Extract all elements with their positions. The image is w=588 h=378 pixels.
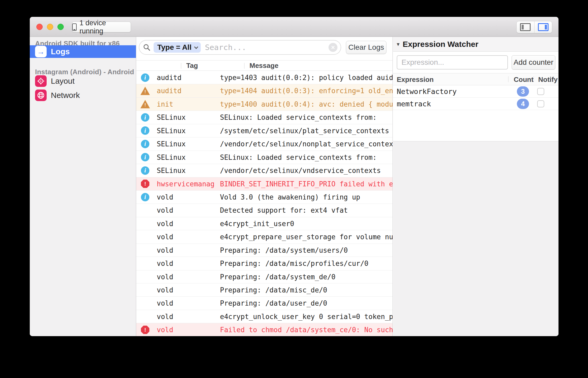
log-row[interactable]: ! hwservicemanag BINDER_SET_INHERIT_FIFO… bbox=[136, 177, 393, 191]
log-row[interactable]: i auditd type=1403 audit(0.0:2): policy … bbox=[136, 71, 393, 84]
sidebar-item-network[interactable]: Network bbox=[30, 89, 136, 102]
log-level-icon bbox=[139, 204, 151, 217]
info-icon: i bbox=[141, 73, 149, 82]
sidebar-item-label: Layout bbox=[51, 77, 75, 86]
log-row[interactable]: vold e4crypt_init_user0 bbox=[136, 217, 393, 230]
log-tag: vold bbox=[157, 257, 219, 270]
log-message: Detected support for: ext4 vfat bbox=[220, 204, 393, 217]
log-message: SELinux: Loaded service_contexts from: bbox=[220, 111, 393, 124]
log-row[interactable]: vold Detected support for: ext4 vfat bbox=[136, 204, 393, 217]
log-tag: vold bbox=[157, 323, 219, 336]
sidebar-item-layout[interactable]: Layout bbox=[30, 75, 136, 87]
log-tag: SELinux bbox=[157, 137, 219, 151]
log-row[interactable]: i vold Vold 3.0 (the awakening) firing u… bbox=[136, 191, 393, 204]
device-selector-button[interactable]: 1 device running bbox=[72, 22, 131, 32]
log-row[interactable]: i SELinux SELinux: Loaded service_contex… bbox=[136, 111, 393, 124]
log-message: e4crypt_unlock_user_key 0 serial=0 token… bbox=[220, 310, 393, 323]
log-row[interactable]: i SELinux SELinux: Loaded service_contex… bbox=[136, 151, 393, 164]
count-badge: 3 bbox=[517, 86, 529, 97]
log-level-icon: i bbox=[139, 137, 151, 150]
log-table-body: i auditd type=1403 audit(0.0:2): policy … bbox=[136, 71, 393, 336]
sidebar-item-logs[interactable]: → Logs bbox=[30, 45, 136, 58]
notify-checkbox[interactable] bbox=[537, 100, 544, 107]
column-header-count[interactable]: Count bbox=[514, 75, 533, 84]
watcher-row[interactable]: memtrack 4 bbox=[393, 98, 558, 110]
error-icon: ! bbox=[141, 326, 149, 334]
log-level-icon bbox=[139, 297, 151, 310]
log-row[interactable]: vold e4crypt_unlock_user_key 0 serial=0 … bbox=[136, 310, 393, 323]
log-level-icon: i bbox=[139, 124, 151, 137]
log-tag: vold bbox=[157, 284, 219, 297]
log-message: Vold 3.0 (the awakening) firing up bbox=[220, 191, 393, 204]
log-row[interactable]: i SELinux /vendor/etc/selinux/nonplat_se… bbox=[136, 137, 393, 151]
log-row[interactable]: vold Preparing: /data/user_de/0 bbox=[136, 297, 393, 310]
search-input[interactable] bbox=[204, 43, 329, 52]
log-row[interactable]: vold Preparing: /data/system/users/0 bbox=[136, 244, 393, 257]
logs-plugin-panel: Type = All ✕ Clear Logs Tag Message i au… bbox=[136, 37, 393, 336]
clear-logs-button[interactable]: Clear Logs bbox=[346, 41, 386, 54]
log-tag: SELinux bbox=[157, 164, 219, 177]
info-icon: i bbox=[141, 140, 149, 148]
zoom-window-button[interactable] bbox=[57, 24, 64, 30]
type-filter-chip[interactable]: Type = All bbox=[154, 42, 201, 53]
minimize-window-button[interactable] bbox=[47, 24, 53, 30]
close-window-button[interactable] bbox=[36, 24, 43, 30]
log-table-header: Tag Message bbox=[136, 61, 393, 71]
log-level-icon bbox=[139, 284, 151, 296]
watcher-row[interactable]: NetworkFactory 3 bbox=[393, 85, 558, 98]
log-row[interactable]: ! init type=1400 audit(0.0:4): avc: deni… bbox=[136, 98, 393, 111]
clear-search-icon[interactable]: ✕ bbox=[329, 43, 337, 52]
type-filter-label: Type = All bbox=[157, 43, 192, 52]
layout-target-icon bbox=[35, 75, 47, 87]
log-tag: SELinux bbox=[157, 124, 219, 137]
column-header-message[interactable]: Message bbox=[249, 61, 278, 70]
log-message: e4crypt_prepare_user_storage for volume … bbox=[220, 230, 393, 243]
info-icon: i bbox=[141, 193, 149, 201]
log-level-icon bbox=[139, 310, 151, 323]
log-row[interactable]: vold Preparing: /data/misc/profiles/cur/… bbox=[136, 257, 393, 270]
log-row[interactable]: vold Preparing: /data/misc_de/0 bbox=[136, 284, 393, 297]
add-counter-button[interactable]: Add counter bbox=[512, 55, 555, 69]
log-row[interactable]: vold e4crypt_prepare_user_storage for vo… bbox=[136, 230, 393, 243]
log-row[interactable]: ! vold Failed to chmod /data/system_ce/0… bbox=[136, 323, 393, 336]
column-header-notify[interactable]: Notify bbox=[538, 75, 558, 84]
column-header-tag[interactable]: Tag bbox=[186, 61, 198, 70]
chevron-down-icon bbox=[194, 45, 198, 49]
toggle-right-panel-button[interactable] bbox=[534, 21, 552, 33]
log-message: BINDER_SET_INHERIT_FIFO_PRIO failed with… bbox=[220, 177, 393, 191]
log-message: /vendor/etc/selinux/vndservice_contexts bbox=[220, 164, 393, 177]
watcher-table-header: Expression Count Notify bbox=[393, 73, 558, 85]
expression-input[interactable] bbox=[397, 55, 508, 69]
log-level-icon: i bbox=[139, 71, 151, 84]
log-tag: vold bbox=[157, 244, 219, 257]
info-icon: i bbox=[141, 166, 149, 175]
log-message: Failed to chmod /data/system_ce/0: No su… bbox=[220, 323, 393, 336]
search-bar: Type = All ✕ bbox=[139, 40, 341, 55]
expression-watcher-title: Expression Watcher bbox=[403, 40, 478, 49]
log-row[interactable]: i SELinux /vendor/etc/selinux/vndservice… bbox=[136, 164, 393, 177]
log-row[interactable]: i SELinux /system/etc/selinux/plat_servi… bbox=[136, 124, 393, 137]
expression-watcher-header[interactable]: ▾ Expression Watcher bbox=[393, 37, 558, 52]
log-level-icon: ! bbox=[139, 84, 151, 97]
error-icon: ! bbox=[141, 180, 149, 188]
log-level-icon: ! bbox=[139, 98, 151, 111]
notify-checkbox[interactable] bbox=[537, 88, 544, 95]
log-tag: auditd bbox=[157, 71, 219, 84]
device-selector-label: 1 device running bbox=[80, 19, 131, 35]
log-level-icon: ! bbox=[139, 177, 151, 190]
log-message: SELinux: Loaded service_contexts from: bbox=[220, 151, 393, 164]
log-row[interactable]: ! auditd type=1404 audit(0.0:3): enforci… bbox=[136, 84, 393, 97]
left-panel-icon bbox=[520, 23, 531, 31]
toggle-left-panel-button[interactable] bbox=[517, 21, 534, 33]
log-message: Preparing: /data/system/users/0 bbox=[220, 244, 393, 257]
watcher-expression: NetworkFactory bbox=[397, 85, 457, 98]
sidebar-item-label: Logs bbox=[51, 47, 70, 56]
column-header-expression[interactable]: Expression bbox=[397, 75, 434, 84]
log-message: Preparing: /data/misc_de/0 bbox=[220, 284, 393, 297]
log-row[interactable]: vold Preparing: /data/system_de/0 bbox=[136, 270, 393, 284]
log-message: type=1403 audit(0.0:2): policy loaded au… bbox=[220, 71, 393, 84]
log-level-icon bbox=[139, 230, 151, 243]
log-message: Preparing: /data/system_de/0 bbox=[220, 270, 393, 284]
log-tag: vold bbox=[157, 191, 219, 204]
log-tag: vold bbox=[157, 270, 219, 284]
